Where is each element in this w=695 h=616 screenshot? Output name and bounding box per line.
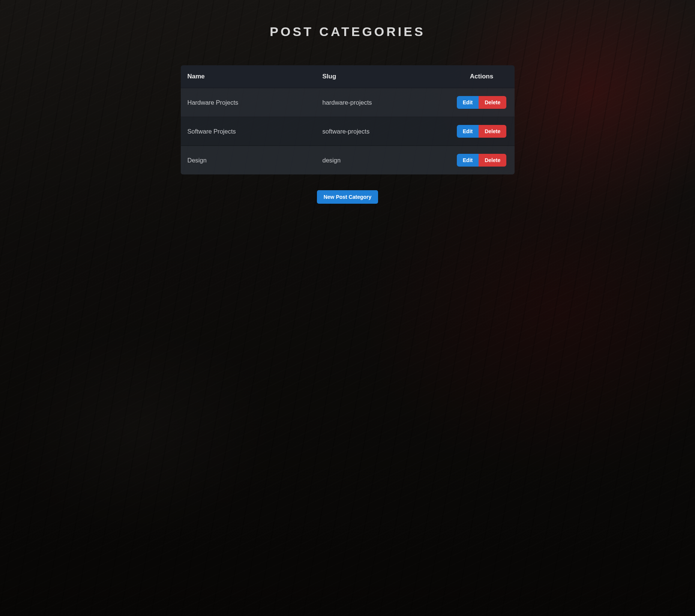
cell-name: Hardware Projects [181,88,316,117]
header-actions: Actions [449,65,515,88]
delete-button[interactable]: Delete [479,125,506,138]
main-content: POST CATEGORIES Name Slug Actions Hardwa… [0,0,695,204]
header-slug: Slug [316,65,449,88]
cell-name: Design [181,146,316,175]
delete-button[interactable]: Delete [479,154,506,167]
cell-slug: software-projects [316,117,449,146]
table-row: Design design EditDelete [181,146,515,175]
header-name: Name [181,65,316,88]
categories-table: Name Slug Actions Hardware Projects hard… [181,65,515,174]
cell-slug: hardware-projects [316,88,449,117]
cell-actions: EditDelete [449,117,515,146]
cell-actions: EditDelete [449,88,515,117]
cell-name: Software Projects [181,117,316,146]
new-button-container: New Post Category [0,190,695,204]
cell-actions: EditDelete [449,146,515,175]
table-header-row: Name Slug Actions [181,65,515,88]
delete-button[interactable]: Delete [479,96,506,109]
table-row: Software Projects software-projects Edit… [181,117,515,146]
edit-button[interactable]: Edit [457,125,479,138]
cell-slug: design [316,146,449,175]
edit-button[interactable]: Edit [457,96,479,109]
page-title: POST CATEGORIES [0,24,695,39]
new-post-category-button[interactable]: New Post Category [317,190,378,204]
table-row: Hardware Projects hardware-projects Edit… [181,88,515,117]
categories-table-container: Name Slug Actions Hardware Projects hard… [181,65,515,174]
edit-button[interactable]: Edit [457,154,479,167]
